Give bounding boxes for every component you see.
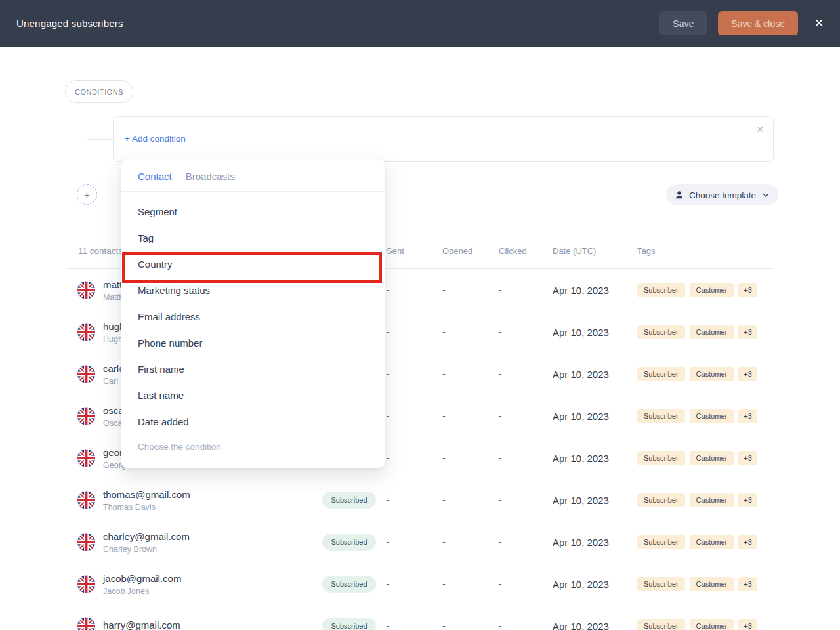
contact-cell: charley@gmail.com Charley Brown <box>103 531 190 554</box>
tags-cell: SubscriberCustomer+3 <box>637 493 757 507</box>
clicked-value: - <box>499 495 502 505</box>
date-value: Apr 10, 2023 <box>553 453 609 464</box>
opened-value: - <box>442 453 446 463</box>
tag-pill[interactable]: Subscriber <box>637 283 685 297</box>
dropdown-item-first-name[interactable]: First name <box>121 356 385 383</box>
tags-cell: SubscriberCustomer+3 <box>637 577 757 591</box>
choose-template-button[interactable]: Choose template <box>666 184 778 205</box>
opened-value: - <box>442 495 446 505</box>
table-row: harry@gmail.com Subscribed - - - Apr 10,… <box>66 605 774 630</box>
close-icon[interactable]: ✕ <box>806 16 832 30</box>
save-button[interactable]: Save <box>659 11 707 35</box>
column-header-sent: Sent <box>387 245 404 255</box>
tags-cell: SubscriberCustomer+3 <box>637 325 757 339</box>
dropdown-tab-contact[interactable]: Contact <box>138 171 172 182</box>
dropdown-item-tag[interactable]: Tag <box>121 225 385 251</box>
sent-value: - <box>387 411 390 421</box>
date-value: Apr 10, 2023 <box>553 411 609 422</box>
tag-pill[interactable]: Subscriber <box>637 577 685 591</box>
tag-pill[interactable]: Subscriber <box>637 409 685 423</box>
status-cell: Subscribed <box>304 618 394 630</box>
dropdown-item-date-added[interactable]: Date added <box>121 409 385 435</box>
dropdown-item-phone-number[interactable]: Phone number <box>121 330 385 356</box>
clicked-value: - <box>499 369 502 379</box>
tag-pill[interactable]: Subscriber <box>637 325 685 339</box>
tag-more-badge[interactable]: +3 <box>738 283 757 297</box>
tag-pill[interactable]: Subscriber <box>637 367 685 381</box>
condition-card: + Add condition ✕ <box>113 116 774 162</box>
dropdown-item-last-name[interactable]: Last name <box>121 383 385 409</box>
date-value: Apr 10, 2023 <box>553 621 609 630</box>
tags-cell: SubscriberCustomer+3 <box>637 535 757 549</box>
clicked-value: - <box>499 621 502 630</box>
date-value: Apr 10, 2023 <box>553 537 609 548</box>
uk-flag-icon <box>77 576 95 593</box>
sent-value: - <box>387 327 390 337</box>
tag-pill[interactable]: Subscriber <box>637 619 685 630</box>
status-badge: Subscribed <box>322 492 375 509</box>
condition-card-close-icon[interactable]: ✕ <box>756 124 764 135</box>
contact-email[interactable]: matt <box>103 279 123 290</box>
tag-more-badge[interactable]: +3 <box>738 325 757 339</box>
uk-flag-icon <box>77 408 95 425</box>
dropdown-item-email-address[interactable]: Email address <box>121 304 385 330</box>
date-value: Apr 10, 2023 <box>553 327 609 338</box>
uk-flag-icon <box>77 282 95 299</box>
status-cell: Subscribed <box>304 534 394 551</box>
tag-pill[interactable]: Customer <box>690 493 734 507</box>
sent-value: - <box>387 495 390 505</box>
contact-email[interactable]: thomas@gmail.com <box>103 489 190 500</box>
date-value: Apr 10, 2023 <box>553 285 609 296</box>
chevron-down-icon <box>763 193 769 197</box>
contact-email[interactable]: charley@gmail.com <box>103 531 190 542</box>
tag-pill[interactable]: Subscriber <box>637 493 685 507</box>
contact-cell: harry@gmail.com <box>103 620 180 630</box>
add-condition-link[interactable]: + Add condition <box>125 134 186 144</box>
clicked-value: - <box>499 579 502 589</box>
tag-pill[interactable]: Customer <box>690 451 734 465</box>
tags-cell: SubscriberCustomer+3 <box>637 451 757 465</box>
tag-more-badge[interactable]: +3 <box>738 493 757 507</box>
contact-name: Thomas Davis <box>103 503 190 512</box>
opened-value: - <box>442 411 446 421</box>
tag-pill[interactable]: Customer <box>690 577 734 591</box>
dropdown-item-marketing-status[interactable]: Marketing status <box>121 278 385 304</box>
tag-pill[interactable]: Customer <box>690 535 734 549</box>
tag-pill[interactable]: Customer <box>690 619 734 630</box>
contact-email[interactable]: jacob@gmail.com <box>103 573 181 584</box>
sent-value: - <box>387 369 390 379</box>
tag-pill[interactable]: Subscriber <box>637 451 685 465</box>
dropdown-tab-broadcasts[interactable]: Broadcasts <box>186 171 235 182</box>
opened-value: - <box>442 327 446 337</box>
tag-more-badge[interactable]: +3 <box>738 619 757 630</box>
add-branch-button[interactable]: + <box>77 184 97 205</box>
tag-more-badge[interactable]: +3 <box>738 451 757 465</box>
date-value: Apr 10, 2023 <box>553 369 609 380</box>
contact-cell: matt Matth <box>103 279 123 302</box>
save-and-close-button[interactable]: Save & close <box>718 11 798 35</box>
tag-more-badge[interactable]: +3 <box>738 409 757 423</box>
tags-cell: SubscriberCustomer+3 <box>637 283 757 297</box>
tag-more-badge[interactable]: +3 <box>738 367 757 381</box>
column-header-clicked: Clicked <box>499 245 527 255</box>
date-value: Apr 10, 2023 <box>553 495 609 506</box>
tag-more-badge[interactable]: +3 <box>738 577 757 591</box>
tag-pill[interactable]: Customer <box>690 367 734 381</box>
contact-name: Charley Brown <box>103 545 190 554</box>
segment-editor-screen: Unengaged subscribers Save Save & close … <box>0 0 840 630</box>
contact-email[interactable]: harry@gmail.com <box>103 620 180 630</box>
table-row: charley@gmail.com Charley Brown Subscrib… <box>66 521 774 563</box>
status-badge: Subscribed <box>322 618 375 630</box>
uk-flag-icon <box>77 366 95 383</box>
date-value: Apr 10, 2023 <box>553 579 609 590</box>
uk-flag-icon <box>77 534 95 551</box>
dropdown-item-segment[interactable]: Segment <box>121 199 385 225</box>
tag-more-badge[interactable]: +3 <box>738 535 757 549</box>
tags-cell: SubscriberCustomer+3 <box>637 619 757 630</box>
tag-pill[interactable]: Subscriber <box>637 535 685 549</box>
tag-pill[interactable]: Customer <box>690 325 734 339</box>
tags-cell: SubscriberCustomer+3 <box>637 409 757 423</box>
tag-pill[interactable]: Customer <box>690 283 734 297</box>
tag-pill[interactable]: Customer <box>690 409 734 423</box>
dropdown-item-country[interactable]: Country <box>121 251 385 278</box>
